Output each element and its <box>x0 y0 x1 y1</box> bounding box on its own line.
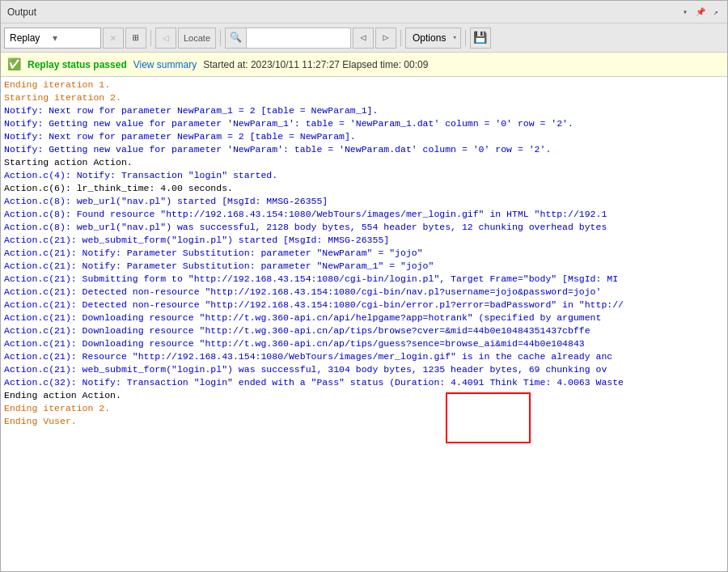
separator3 <box>400 30 401 46</box>
locate-label: Locate <box>184 33 210 43</box>
log-line: Action.c(21): Downloading resource "http… <box>4 324 724 337</box>
toolbar: Replay ▾ ✕ ⊞ ◁ Locate 🔍 ◁ ▷ Options ▾ 💾 <box>1 23 727 53</box>
locate-button[interactable]: Locate <box>178 28 216 49</box>
log-line: Notify: Next row for parameter NewParam_… <box>4 104 724 117</box>
status-info: Started at: 2023/10/11 11:27:27 Elapsed … <box>203 59 428 70</box>
log-line: Action.c(32): Notify: Transaction "login… <box>4 376 724 389</box>
log-line: Notify: Getting new value for parameter … <box>4 143 724 156</box>
title-bar-left: Output <box>7 6 36 18</box>
log-line: Action.c(8): Found resource "http://192.… <box>4 208 724 221</box>
log-line: Ending iteration 2. <box>4 402 724 415</box>
log-line: Ending action Action. <box>4 389 724 402</box>
next-button[interactable]: ▷ <box>375 28 396 49</box>
log-line: Notify: Next row for parameter NewParam … <box>4 130 724 143</box>
back-button[interactable]: ◁ <box>155 28 176 49</box>
log-line: Starting iteration 2. <box>4 91 724 104</box>
log-line: Action.c(21): Downloading resource "http… <box>4 337 724 350</box>
grid-button[interactable]: ⊞ <box>125 28 146 49</box>
window-title: Output <box>7 6 36 18</box>
log-line: Action.c(21): Downloading resource "http… <box>4 311 724 324</box>
dropdown-arrow-icon[interactable]: ▾ <box>680 6 690 18</box>
float-icon[interactable]: ↗ <box>711 6 721 18</box>
check-icon: ✅ <box>7 57 21 71</box>
log-line: Action.c(21): web_submit_form("login.pl"… <box>4 234 724 247</box>
output-area[interactable]: Ending iteration 1.Starting iteration 2.… <box>1 77 727 571</box>
separator4 <box>465 30 466 46</box>
options-arrow-icon: ▾ <box>452 33 459 42</box>
title-bar: Output ▾ 📌 ↗ <box>1 1 727 23</box>
prev-button[interactable]: ◁ <box>353 28 374 49</box>
view-summary-link[interactable]: View summary <box>133 59 197 70</box>
status-passed-label: Replay status passed <box>28 59 127 70</box>
pin-icon[interactable]: 📌 <box>693 6 708 18</box>
save-button[interactable]: 💾 <box>470 28 491 49</box>
log-line: Notify: Getting new value for parameter … <box>4 117 724 130</box>
log-line: Action.c(6): lr_think_time: 4.00 seconds… <box>4 182 724 195</box>
log-line: Action.c(21): Resource "http://192.168.4… <box>4 350 724 363</box>
log-line: Action.c(21): Submitting form to "http:/… <box>4 273 724 286</box>
log-line: Action.c(8): web_url("nav.pl") started [… <box>4 195 724 208</box>
output-window: Output ▾ 📌 ↗ Replay ▾ ✕ ⊞ ◁ Locate 🔍 ◁ ▷… <box>0 0 728 572</box>
log-line: Action.c(21): Detected non-resource "htt… <box>4 286 724 299</box>
search-icon-button[interactable]: 🔍 <box>225 28 246 49</box>
log-line: Action.c(21): Notify: Parameter Substitu… <box>4 260 724 273</box>
log-line: Ending iteration 1. <box>4 78 724 91</box>
title-bar-actions: ▾ 📌 ↗ <box>680 6 721 18</box>
dropdown-arrow-icon: ▾ <box>53 32 95 44</box>
log-line: Action.c(8): web_url("nav.pl") was succe… <box>4 221 724 234</box>
log-line: Action.c(4): Notify: Transaction "login"… <box>4 169 724 182</box>
log-line: Starting action Action. <box>4 156 724 169</box>
log-line: Action.c(21): web_submit_form("login.pl"… <box>4 363 724 376</box>
replay-dropdown[interactable]: Replay ▾ <box>4 28 101 49</box>
log-line: Action.c(21): Notify: Parameter Substitu… <box>4 247 724 260</box>
stop-button[interactable]: ✕ <box>103 28 124 49</box>
log-line: Ending Vuser. <box>4 415 724 428</box>
options-label: Options <box>406 32 452 44</box>
separator <box>150 30 151 46</box>
search-input[interactable] <box>246 28 351 49</box>
log-line: Action.c(21): Detected non-resource "htt… <box>4 299 724 311</box>
options-button[interactable]: Options ▾ <box>405 28 461 49</box>
replay-dropdown-label: Replay <box>10 32 53 44</box>
status-bar: ✅ Replay status passed View summary Star… <box>1 53 727 77</box>
separator2 <box>220 30 221 46</box>
search-container: 🔍 <box>225 28 351 49</box>
